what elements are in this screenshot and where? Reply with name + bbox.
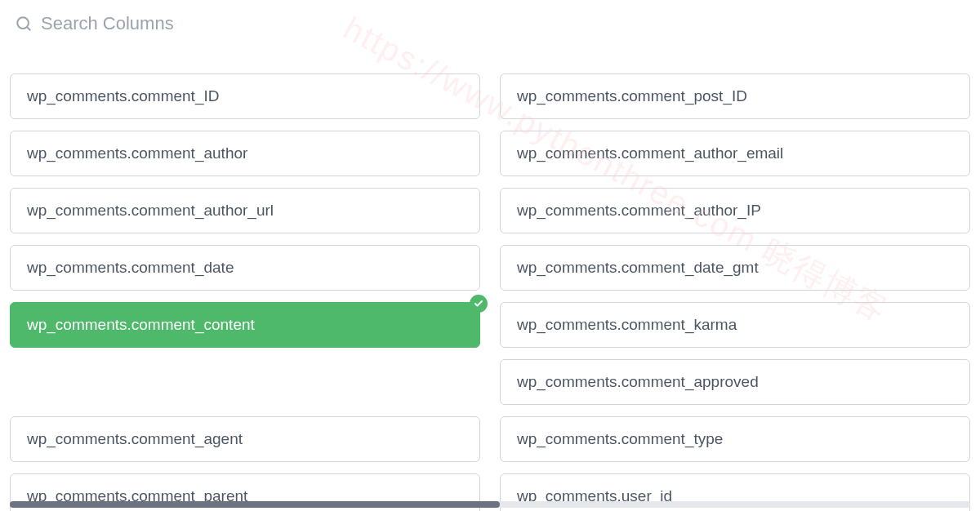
svg-line-1	[27, 27, 30, 30]
column-item[interactable]: wp_comments.comment_type	[500, 416, 970, 462]
column-label: wp_comments.comment_post_ID	[517, 87, 747, 104]
column-item[interactable]: wp_comments.comment_agent	[10, 416, 480, 462]
check-badge	[470, 295, 488, 313]
columns-grid: wp_comments.comment_ID wp_comments.comme…	[10, 49, 970, 511]
column-label: wp_comments.comment_date_gmt	[517, 259, 759, 276]
column-item[interactable]: wp_comments.comment_karma	[500, 302, 970, 348]
column-label: wp_comments.comment_author_url	[27, 202, 274, 219]
search-icon	[15, 15, 33, 33]
column-label: wp_comments.comment_type	[517, 430, 723, 447]
horizontal-scrollbar[interactable]	[10, 501, 970, 508]
column-label: wp_comments.comment_karma	[517, 316, 737, 333]
search-columns-input[interactable]	[41, 13, 965, 34]
column-label: wp_comments.comment_author	[27, 144, 247, 162]
column-item[interactable]: wp_comments.comment_ID	[10, 73, 480, 119]
column-item[interactable]: wp_comments.comment_author	[10, 131, 480, 176]
column-label: wp_comments.comment_content	[27, 316, 255, 333]
column-item[interactable]: wp_comments.comment_date_gmt	[500, 245, 970, 291]
search-container	[10, 10, 970, 49]
column-item[interactable]: wp_comments.comment_author_email	[500, 131, 970, 176]
column-label: wp_comments.comment_agent	[27, 430, 243, 447]
column-label: wp_comments.comment_author_email	[517, 144, 783, 162]
column-label: wp_comments.comment_approved	[517, 373, 759, 390]
svg-point-0	[17, 17, 29, 29]
column-label: wp_comments.comment_author_IP	[517, 202, 761, 219]
column-item[interactable]: wp_comments.comment_post_ID	[500, 73, 970, 119]
column-item[interactable]: wp_comments.comment_date	[10, 245, 480, 291]
checkmark-icon	[474, 299, 483, 309]
column-item-selected[interactable]: wp_comments.comment_content	[10, 302, 480, 348]
column-label: wp_comments.comment_date	[27, 259, 234, 276]
scrollbar-thumb[interactable]	[10, 501, 500, 508]
column-item[interactable]: wp_comments.comment_approved	[500, 359, 970, 405]
column-label: wp_comments.comment_ID	[27, 87, 219, 104]
column-item[interactable]: wp_comments.comment_author_IP	[500, 188, 970, 233]
column-item[interactable]: wp_comments.comment_author_url	[10, 188, 480, 233]
